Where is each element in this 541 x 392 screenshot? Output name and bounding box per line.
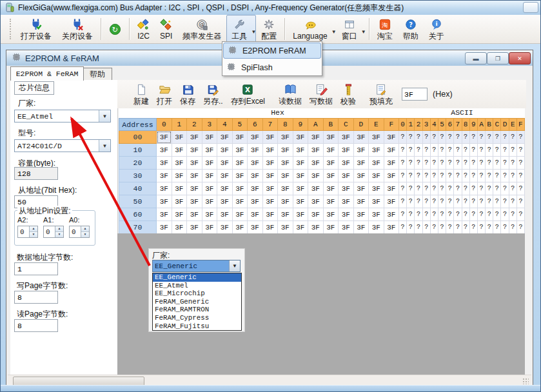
hex-cell[interactable]: 3F <box>369 157 384 170</box>
spin-down-icon[interactable]: ▼ <box>81 232 89 237</box>
hex-cell[interactable]: 3F <box>308 195 324 208</box>
ascii-cell[interactable]: ? <box>493 195 501 208</box>
ascii-cell[interactable]: ? <box>438 195 446 208</box>
ascii-cell[interactable]: ? <box>399 221 407 234</box>
hex-cell[interactable]: 3F <box>369 208 384 221</box>
ascii-cell[interactable]: ? <box>407 131 415 144</box>
ascii-cell[interactable]: ? <box>422 144 430 157</box>
hex-cell[interactable]: 3F <box>339 195 354 208</box>
ascii-cell[interactable]: ? <box>415 157 422 170</box>
ascii-cell[interactable]: ? <box>516 182 524 195</box>
ascii-cell[interactable]: ? <box>477 208 485 221</box>
tools-button[interactable]: 工具▼ <box>226 15 256 43</box>
menu-item-spiflash[interactable]: SpiFlash <box>222 59 322 75</box>
ascii-cell[interactable]: ? <box>469 221 477 234</box>
child-close-button[interactable]: ✕ <box>509 52 531 64</box>
ascii-cell[interactable]: ? <box>486 157 493 170</box>
ascii-cell[interactable]: ? <box>509 144 516 157</box>
ascii-cell[interactable]: ? <box>407 221 415 234</box>
i2c-button[interactable]: I2C <box>132 15 155 43</box>
hex-cell[interactable]: 3F <box>248 182 263 195</box>
new-button[interactable]: 新建 <box>130 83 153 106</box>
ascii-cell[interactable]: ? <box>469 131 477 144</box>
ascii-cell[interactable]: ? <box>477 157 485 170</box>
ascii-cell[interactable]: ? <box>477 195 485 208</box>
ascii-cell[interactable]: ? <box>469 182 477 195</box>
hex-cell[interactable]: 3F <box>293 195 308 208</box>
ascii-cell[interactable]: ? <box>516 157 524 170</box>
hex-cell[interactable]: 3F <box>308 182 324 195</box>
ascii-cell[interactable]: ? <box>462 195 469 208</box>
ascii-cell[interactable]: ? <box>462 131 469 144</box>
write-page-field[interactable] <box>14 291 58 304</box>
hex-cell[interactable]: 3F <box>157 157 172 170</box>
hex-cell[interactable]: 3F <box>217 131 233 144</box>
ascii-cell[interactable]: ? <box>446 131 454 144</box>
save-button[interactable]: 保存 <box>176 83 199 106</box>
hex-cell[interactable]: 3F <box>202 221 217 234</box>
child-minimize-button[interactable]: ▬ <box>465 52 487 64</box>
ascii-cell[interactable]: ? <box>509 182 516 195</box>
hex-cell[interactable]: 3F <box>217 144 233 157</box>
menu-item-e2prom-feram[interactable]: E2PROM FeRAM <box>223 43 321 59</box>
ascii-cell[interactable]: ? <box>486 131 493 144</box>
hex-cell[interactable]: 3F <box>187 170 202 182</box>
ascii-cell[interactable]: ? <box>399 170 407 182</box>
hex-cell[interactable]: 3F <box>262 157 278 170</box>
ascii-cell[interactable]: ? <box>438 182 446 195</box>
hex-cell[interactable]: 3F <box>323 195 339 208</box>
pin-spinner[interactable]: 0▲▼ <box>17 226 38 238</box>
hex-cell[interactable]: 3F <box>248 221 263 234</box>
ascii-cell[interactable]: ? <box>477 170 485 182</box>
hex-cell[interactable]: 3F <box>187 144 202 157</box>
hex-cell[interactable]: 3F <box>308 170 324 182</box>
hex-cell[interactable]: 3F <box>384 131 399 144</box>
hex-cell[interactable]: 3F <box>293 131 308 144</box>
hex-cell[interactable]: 3F <box>172 182 187 195</box>
ascii-cell[interactable]: ? <box>430 182 438 195</box>
hex-cell[interactable]: 3F <box>187 195 202 208</box>
hex-cell[interactable]: 3F <box>278 208 293 221</box>
hex-cell[interactable]: 3F <box>323 131 339 144</box>
ascii-cell[interactable]: ? <box>501 144 509 157</box>
ascii-cell[interactable]: ? <box>462 208 469 221</box>
hex-cell[interactable]: 3F <box>232 144 248 157</box>
freq-generator-button[interactable]: @频率发生器 <box>177 15 226 43</box>
ascii-cell[interactable]: ? <box>415 144 422 157</box>
help-button[interactable]: ?帮助 <box>398 15 424 43</box>
hex-cell[interactable]: 3F <box>232 157 248 170</box>
ascii-cell[interactable]: ? <box>477 131 485 144</box>
hex-cell[interactable]: 3F <box>353 170 369 182</box>
hex-cell[interactable]: 3F <box>202 131 217 144</box>
ascii-cell[interactable]: ? <box>407 208 415 221</box>
ascii-cell[interactable]: ? <box>477 144 485 157</box>
model-combobox[interactable]: AT24C01C/D ▼ <box>14 139 111 152</box>
ascii-cell[interactable]: ? <box>501 195 509 208</box>
address-cell[interactable]: 60 <box>119 208 157 221</box>
ascii-cell[interactable]: ? <box>493 182 501 195</box>
ascii-cell[interactable]: ? <box>454 131 462 144</box>
ascii-cell[interactable]: ? <box>493 157 501 170</box>
vendor-list-item[interactable]: EE_Microchip <box>153 289 241 298</box>
capacity-field[interactable] <box>14 167 58 180</box>
hex-cell[interactable]: 3F <box>262 144 278 157</box>
prefill-value-input[interactable] <box>402 88 428 101</box>
ascii-cell[interactable]: ? <box>422 170 430 182</box>
hex-cell[interactable]: 3F <box>232 208 248 221</box>
hex-cell[interactable]: 3F <box>172 144 187 157</box>
ascii-cell[interactable]: ? <box>454 170 462 182</box>
hex-cell[interactable]: 3F <box>248 195 263 208</box>
hex-cell[interactable]: 3F <box>323 221 339 234</box>
hex-cell[interactable]: 3F <box>353 131 369 144</box>
ascii-cell[interactable]: ? <box>407 195 415 208</box>
taobao-button[interactable]: 淘淘宝 <box>372 15 398 43</box>
hex-cell[interactable]: 3F <box>278 195 293 208</box>
ascii-cell[interactable]: ? <box>493 131 501 144</box>
ascii-cell[interactable]: ? <box>486 195 493 208</box>
hex-cell[interactable]: 3F <box>323 157 339 170</box>
hex-cell[interactable]: 3F <box>232 195 248 208</box>
ascii-cell[interactable]: ? <box>454 144 462 157</box>
hex-cell[interactable]: 3F <box>157 195 172 208</box>
hex-cell[interactable]: 3F <box>172 131 187 144</box>
spin-up-icon[interactable]: ▲ <box>81 226 89 232</box>
